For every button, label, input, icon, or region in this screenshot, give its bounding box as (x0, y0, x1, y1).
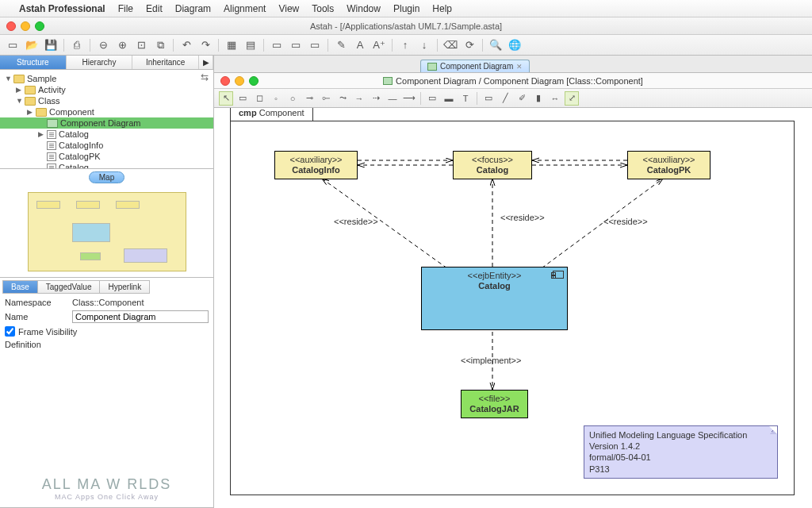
label-reside3: <<reside>> (603, 217, 648, 226)
tab-hierarchy[interactable]: Hierarchy (67, 56, 133, 69)
zoom-fit-icon[interactable]: ⊡ (133, 37, 149, 53)
map-badge[interactable]: Map (89, 171, 124, 183)
text-icon[interactable]: A (352, 37, 368, 53)
tree-node-sample[interactable]: ▼Sample (0, 73, 213, 84)
menu-view[interactable]: View (278, 3, 299, 14)
node-cataloginfo[interactable]: <<auxiliary>> CatalogInfo (274, 151, 358, 179)
freehand-tool-icon[interactable]: ✐ (515, 91, 529, 106)
rect-tool-icon[interactable]: ▭ (481, 91, 496, 106)
open-file-icon[interactable]: 📂 (24, 37, 40, 53)
class-icon (47, 164, 56, 170)
grid-icon[interactable]: ▦ (224, 37, 239, 53)
proptab-tagged[interactable]: TaggedValue (38, 280, 100, 294)
menu-help[interactable]: Help (432, 3, 452, 14)
realization-tool-icon[interactable]: → (352, 91, 366, 106)
map-section: Map (0, 169, 213, 278)
export-icon[interactable]: ▭ (288, 37, 304, 53)
refresh-icon[interactable]: ⟳ (462, 37, 477, 53)
font-icon[interactable]: A⁺ (371, 37, 387, 53)
usage-tool-icon[interactable]: ⇢ (369, 91, 383, 106)
close-tab-icon[interactable]: ✕ (516, 63, 523, 71)
menu-diagram[interactable]: Diagram (175, 3, 211, 14)
tab-more[interactable]: ▶ (199, 56, 213, 69)
menu-alignment[interactable]: Alignment (224, 3, 266, 14)
diagram-tab[interactable]: Component Diagram ✕ (420, 60, 530, 72)
guide-icon[interactable]: ▤ (243, 37, 259, 53)
tree-node-activity[interactable]: ▶Activity (0, 84, 213, 95)
swap-icon[interactable]: ⇆ (201, 71, 209, 83)
note-tool-icon[interactable]: ▭ (425, 91, 439, 106)
menu-window[interactable]: Window (347, 3, 381, 14)
association-tool-icon[interactable]: ⟶ (402, 91, 416, 106)
zoom-select-icon[interactable]: ⧉ (152, 37, 168, 53)
node-catalog[interactable]: <<focus>> Catalog (453, 151, 532, 179)
window-close-button[interactable] (6, 21, 16, 31)
structure-tree[interactable]: ⇆ ▼Sample ▶Activity ▼Class ▶Component Co… (0, 70, 213, 169)
prop-name-input[interactable] (72, 310, 209, 323)
pane-minimize-button[interactable] (235, 76, 244, 86)
resize-tool-icon[interactable]: ↔ (548, 91, 562, 106)
tree-node-catalog[interactable]: ▶Catalog (0, 129, 213, 140)
tree-node-cataloginfo[interactable]: CatalogInfo (0, 140, 213, 151)
window-zoom-button[interactable] (35, 21, 44, 31)
menu-plugin[interactable]: Plugin (393, 3, 419, 14)
tree-node-class[interactable]: ▼Class (0, 95, 213, 106)
zoom-out-icon[interactable]: ⊖ (95, 37, 111, 53)
tree-node-catalogpk[interactable]: CatalogPK (0, 151, 213, 162)
arrow-down-icon[interactable]: ↓ (416, 37, 432, 53)
app-name[interactable]: Astah Professional (19, 3, 105, 14)
tree-node-component-diagram[interactable]: Component Diagram (0, 117, 213, 129)
window-minimize-button[interactable] (21, 21, 30, 31)
prop-framevis-checkbox[interactable] (5, 326, 15, 337)
interface-tool-icon[interactable]: ○ (285, 91, 300, 106)
search-icon[interactable]: 🔍 (488, 37, 504, 53)
pointer-tool-icon[interactable]: ↖ (219, 91, 233, 106)
port-tool-icon[interactable]: ◦ (269, 91, 283, 106)
tree-node-catalog2[interactable]: Catalog (0, 162, 213, 169)
zoom-in-icon[interactable]: ⊕ (114, 37, 130, 53)
diagram-canvas[interactable]: cmp Component (214, 108, 812, 508)
copy-icon[interactable]: ▭ (307, 37, 323, 53)
toolbar-separator (477, 92, 477, 105)
required-tool-icon[interactable]: ⟜ (319, 91, 333, 106)
menu-edit[interactable]: Edit (146, 3, 163, 14)
menu-file[interactable]: File (118, 3, 133, 14)
diagram-title-bar: Component Diagram / Component Diagram [C… (214, 73, 812, 89)
noteanchor-tool-icon[interactable]: ▬ (442, 91, 456, 106)
save-file-icon[interactable]: 💾 (43, 37, 59, 53)
provided-tool-icon[interactable]: ⊸ (302, 91, 316, 106)
highlighter-tool-icon[interactable]: ▮ (531, 91, 546, 106)
fit-tool-icon[interactable]: ⤢ (565, 91, 579, 106)
pane-close-button[interactable] (220, 76, 230, 86)
arrow-up-icon[interactable]: ↑ (397, 37, 413, 53)
menu-tools[interactable]: Tools (312, 3, 334, 14)
edit-icon[interactable]: ✎ (333, 37, 349, 53)
proptab-base[interactable]: Base (2, 280, 38, 294)
network-icon[interactable]: 🌐 (507, 37, 523, 53)
tab-inheritance[interactable]: Inheritance (132, 56, 199, 69)
print-icon[interactable]: ⎙ (69, 37, 85, 53)
pane-zoom-button[interactable] (249, 76, 259, 86)
node-ejbentity[interactable]: <<ejbEntity>> Catalog (421, 267, 568, 330)
node-catalogjar[interactable]: <<file>> CatalogJAR (461, 390, 528, 418)
line-tool-icon[interactable]: ╱ (498, 91, 512, 106)
folder-icon (36, 108, 47, 117)
toolbar-separator (420, 92, 421, 105)
undo-icon[interactable]: ↶ (178, 37, 194, 53)
part-tool-icon[interactable]: ◻ (252, 91, 266, 106)
toolbar-separator (173, 39, 174, 52)
dependency-tool-icon[interactable]: ⤳ (335, 91, 350, 106)
component-tool-icon[interactable]: ▭ (236, 91, 250, 106)
redo-icon[interactable]: ↷ (197, 37, 213, 53)
connector-tool-icon[interactable]: — (385, 91, 400, 106)
export-image-icon[interactable]: ▭ (269, 37, 285, 53)
new-file-icon[interactable]: ▭ (5, 37, 21, 53)
uml-note[interactable]: Unified Modeling Language Specification … (584, 425, 778, 479)
tab-structure[interactable]: Structure (0, 56, 67, 69)
tree-node-component[interactable]: ▶Component (0, 106, 213, 117)
proptab-hyperlink[interactable]: Hyperlink (99, 280, 150, 294)
text-tool-icon[interactable]: T (458, 91, 473, 106)
minimap[interactable] (28, 192, 186, 271)
node-catalogpk[interactable]: <<auxiliary>> CatalogPK (627, 151, 710, 179)
delete-icon[interactable]: ⌫ (442, 37, 458, 53)
